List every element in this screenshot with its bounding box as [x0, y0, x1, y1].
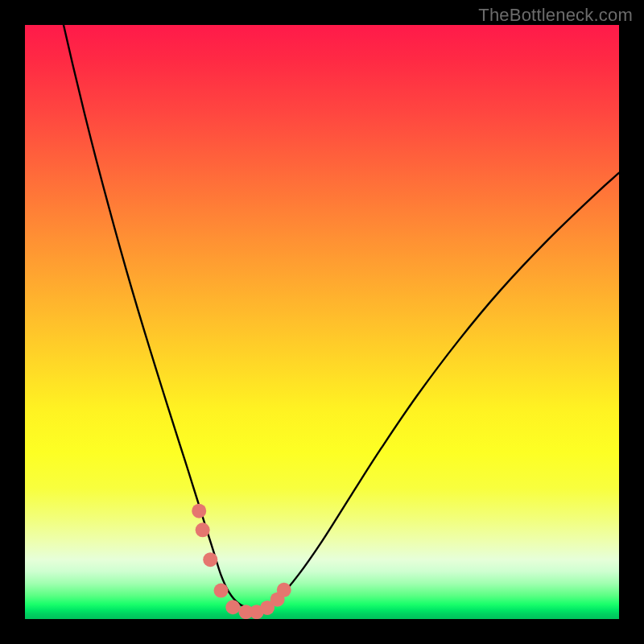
watermark-text: TheBottleneck.com	[478, 5, 633, 26]
bottleneck-curve-path	[64, 25, 619, 609]
plot-area	[25, 25, 619, 619]
highlight-marker	[192, 504, 206, 518]
highlight-markers	[192, 504, 291, 619]
highlight-marker	[196, 522, 210, 537]
highlight-marker	[277, 583, 291, 597]
chart-frame: TheBottleneck.com	[0, 0, 644, 644]
bottleneck-curve	[64, 25, 619, 609]
highlight-marker	[214, 584, 229, 598]
highlight-marker	[203, 552, 217, 567]
curve-layer	[25, 25, 619, 619]
highlight-marker	[225, 600, 240, 614]
